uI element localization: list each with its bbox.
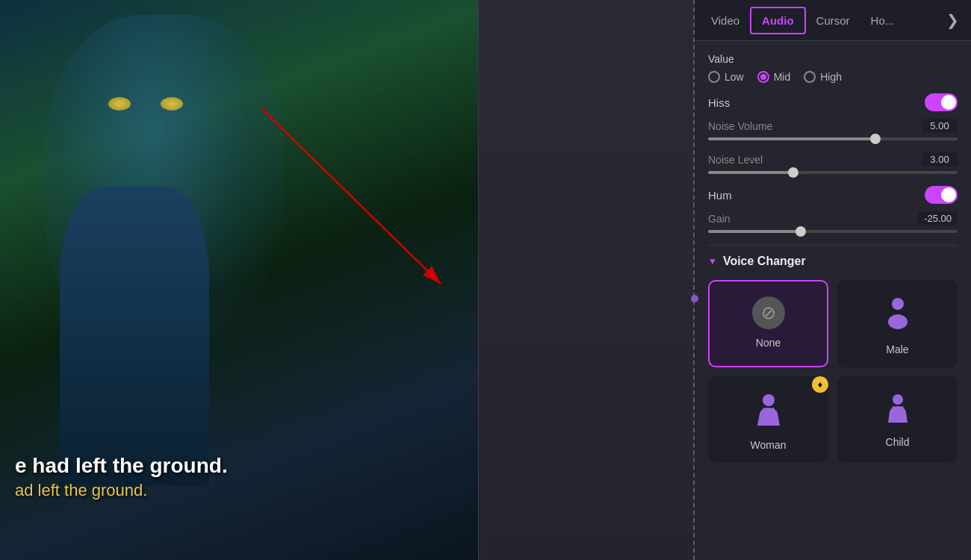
- value-label: Value: [708, 53, 958, 65]
- noise-volume-header: Noise Volume 5.00: [708, 119, 958, 133]
- gain-header: Gain -25.00: [708, 211, 958, 225]
- child-icon: [885, 393, 910, 429]
- dotted-divider: [693, 0, 695, 560]
- radio-high[interactable]: High: [804, 71, 842, 83]
- subtitle-line1: e had left the ground.: [15, 454, 463, 478]
- hum-label: Hum: [708, 189, 732, 202]
- radio-mid[interactable]: Mid: [757, 71, 791, 83]
- noise-level-label: Noise Level: [708, 154, 763, 166]
- noise-level-thumb[interactable]: [788, 167, 798, 178]
- value-radio-group: Low Mid High: [708, 71, 958, 83]
- tab-audio[interactable]: Audio: [750, 7, 806, 34]
- gain-track[interactable]: [708, 230, 958, 233]
- voice-male-label: Male: [886, 343, 908, 355]
- subtitle-line2: ad left the ground.: [15, 481, 463, 500]
- subtitle-area: e had left the ground. ad left the groun…: [0, 454, 478, 500]
- right-panel: Video Audio Cursor Ho... ❯ Value Low Mid…: [695, 0, 971, 560]
- svg-point-3: [888, 314, 908, 329]
- svg-point-2: [892, 298, 904, 310]
- voice-cards-grid: ⊘ None Male ♦: [708, 280, 958, 463]
- body-shape: [60, 187, 209, 485]
- premium-badge-woman: ♦: [812, 376, 828, 393]
- noise-level-header: Noise Level 3.00: [708, 152, 958, 167]
- male-svg: [883, 296, 913, 329]
- voice-woman-label: Woman: [751, 439, 787, 451]
- noise-volume-track[interactable]: [708, 137, 958, 140]
- audio-panel-content: Value Low Mid High Hiss Noise Volume: [695, 41, 971, 472]
- radio-high-circle: [804, 71, 816, 83]
- eye-right: [161, 97, 183, 111]
- male-icon: [883, 296, 913, 336]
- none-icon: ⊘: [752, 296, 785, 329]
- voice-changer-title: Voice Changer: [723, 255, 806, 268]
- gain-thumb[interactable]: [795, 226, 806, 237]
- hum-row: Hum: [708, 186, 958, 204]
- voice-changer-header: ▼ Voice Changer: [708, 255, 958, 268]
- radio-high-label: High: [820, 71, 842, 83]
- radio-mid-label: Mid: [774, 71, 791, 83]
- noise-volume-row: Noise Volume 5.00: [708, 119, 958, 140]
- voice-child-label: Child: [886, 436, 910, 448]
- noise-level-value: 3.00: [922, 152, 958, 167]
- tab-video[interactable]: Video: [701, 8, 750, 33]
- child-svg: [885, 393, 910, 426]
- eye-left: [108, 97, 131, 111]
- voice-card-woman[interactable]: ♦ Woman: [708, 376, 828, 463]
- gain-label: Gain: [708, 213, 730, 225]
- noise-volume-thumb[interactable]: [870, 134, 881, 144]
- tab-cursor[interactable]: Cursor: [806, 8, 860, 33]
- radio-low[interactable]: Low: [708, 71, 744, 83]
- radio-low-label: Low: [725, 71, 744, 83]
- gain-value: -25.00: [918, 211, 958, 225]
- radio-mid-circle: [757, 71, 769, 83]
- woman-svg: [754, 393, 784, 429]
- hiss-row: Hiss: [708, 93, 958, 111]
- voice-card-child[interactable]: Child: [837, 376, 958, 463]
- hiss-toggle[interactable]: [925, 93, 958, 111]
- voice-none-label: None: [756, 337, 781, 349]
- noise-volume-label: Noise Volume: [708, 120, 772, 132]
- hiss-label: Hiss: [708, 96, 730, 109]
- voice-card-male[interactable]: Male: [837, 280, 958, 367]
- video-area: e had left the ground. ad left the groun…: [0, 0, 478, 560]
- svg-point-4: [763, 394, 775, 406]
- hum-toggle[interactable]: [925, 186, 958, 204]
- tab-hotkey[interactable]: Ho...: [860, 8, 905, 33]
- middle-panel: [478, 0, 695, 560]
- panel-collapse-button[interactable]: ❯: [940, 8, 965, 32]
- timeline-handle[interactable]: [691, 295, 698, 302]
- noise-volume-fill: [708, 137, 878, 140]
- radio-low-circle: [708, 71, 720, 83]
- svg-point-5: [893, 394, 903, 405]
- voice-changer-arrow-icon: ▼: [708, 256, 717, 267]
- woman-icon: [754, 393, 784, 432]
- section-divider: [708, 245, 958, 246]
- middle-panel-bg: [479, 0, 695, 560]
- voice-card-none[interactable]: ⊘ None: [708, 280, 828, 367]
- noise-level-row: Noise Level 3.00: [708, 152, 958, 174]
- tabs-row: Video Audio Cursor Ho... ❯: [695, 0, 971, 41]
- noise-volume-value: 5.00: [922, 119, 958, 133]
- noise-level-track[interactable]: [708, 171, 958, 174]
- gain-fill: [708, 230, 803, 233]
- gain-row: Gain -25.00: [708, 211, 958, 233]
- noise-level-fill: [708, 171, 795, 174]
